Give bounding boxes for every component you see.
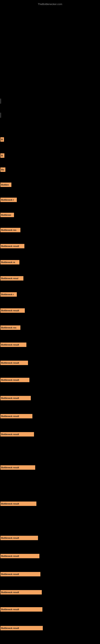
bar-row-11: Bottleneck r bbox=[0, 292, 17, 297]
bottleneck-bar-6: Bottlenec bbox=[0, 213, 14, 217]
bottleneck-bar-14: Bottleneck result bbox=[0, 342, 26, 347]
bar-row-14: Bottleneck result bbox=[0, 342, 26, 347]
bottleneck-bar-15: Bottleneck result bbox=[0, 361, 28, 365]
bar-row-20: Bottleneck result bbox=[0, 465, 35, 470]
bar-row-15: Bottleneck result bbox=[0, 360, 28, 366]
bottleneck-bar-27: Bottleneck result bbox=[0, 626, 43, 630]
bottleneck-bar-1: B bbox=[0, 137, 4, 142]
bottleneck-bar-2: B bbox=[0, 153, 4, 158]
bottleneck-bar-13: Bottleneck res bbox=[0, 326, 20, 330]
bar-row-3: Bo bbox=[0, 167, 5, 172]
bar-row-5: Bottleneck r bbox=[0, 197, 17, 202]
bottleneck-bar-11: Bottleneck r bbox=[0, 292, 17, 297]
bottleneck-bar-22: Bottleneck result bbox=[0, 536, 38, 540]
bottleneck-bar-24: Bottleneck result bbox=[0, 572, 40, 576]
bar-row-2: B bbox=[0, 153, 4, 158]
bar-row-27: Bottleneck result bbox=[0, 626, 43, 631]
bar-row-26: Bottleneck result bbox=[0, 607, 42, 612]
bottleneck-bar-10: Bottleneck resul bbox=[0, 276, 23, 280]
bar-row-23: Bottleneck result bbox=[0, 554, 39, 559]
bottleneck-bar-23: Bottleneck result bbox=[0, 554, 39, 558]
bottleneck-bar-18: Bottleneck result bbox=[0, 414, 32, 418]
bar-row-6: Bottlenec bbox=[0, 212, 14, 218]
bottleneck-bar-16: Bottleneck result bbox=[0, 378, 29, 382]
bottleneck-bar-3: Bo bbox=[0, 168, 5, 172]
bar-row-4: Bottlen bbox=[0, 182, 11, 187]
y-axis-indicator-2 bbox=[0, 113, 1, 118]
chart-area bbox=[1, 6, 99, 127]
bar-row-16: Bottleneck result bbox=[0, 377, 29, 382]
bar-row-22: Bottleneck result bbox=[0, 535, 38, 540]
bottleneck-bar-9: Bottleneck re bbox=[0, 260, 19, 264]
bar-row-13: Bottleneck res bbox=[0, 325, 20, 330]
bar-row-10: Bottleneck resul bbox=[0, 276, 23, 281]
bottleneck-bar-5: Bottleneck r bbox=[0, 198, 17, 202]
bar-row-19: Bottleneck result bbox=[0, 432, 34, 437]
bar-row-24: Bottleneck result bbox=[0, 572, 40, 577]
bar-row-8: Bottleneck result bbox=[0, 244, 24, 249]
bar-row-1: B bbox=[0, 137, 4, 142]
bottleneck-bar-20: Bottleneck result bbox=[0, 465, 35, 470]
bottleneck-bar-26: Bottleneck result bbox=[0, 607, 42, 612]
bar-row-21: Bottleneck result bbox=[0, 501, 36, 506]
bottleneck-bar-17: Bottleneck result bbox=[0, 396, 31, 400]
bar-row-25: Bottleneck result bbox=[0, 590, 42, 595]
bottleneck-bar-21: Bottleneck result bbox=[0, 502, 36, 506]
bottleneck-bar-7: Bottleneck res bbox=[0, 228, 20, 232]
bottleneck-bar-19: Bottleneck result bbox=[0, 432, 34, 436]
bar-row-9: Bottleneck re bbox=[0, 260, 19, 265]
bar-row-7: Bottleneck res bbox=[0, 228, 20, 233]
bottleneck-bar-12: Bottleneck result bbox=[0, 308, 25, 313]
bottleneck-bar-8: Bottleneck result bbox=[0, 244, 24, 248]
bar-row-18: Bottleneck result bbox=[0, 414, 32, 419]
site-title: TheBottlenecker.com bbox=[38, 2, 62, 6]
bar-row-12: Bottleneck result bbox=[0, 308, 25, 313]
bar-row-17: Bottleneck result bbox=[0, 396, 31, 401]
bottleneck-bar-25: Bottleneck result bbox=[0, 590, 42, 594]
main-container: TheBottlenecker.com BBBoBottlenBottlenec… bbox=[0, 0, 100, 644]
y-axis-indicator-1 bbox=[0, 98, 1, 104]
bottleneck-bar-4: Bottlen bbox=[0, 182, 11, 187]
